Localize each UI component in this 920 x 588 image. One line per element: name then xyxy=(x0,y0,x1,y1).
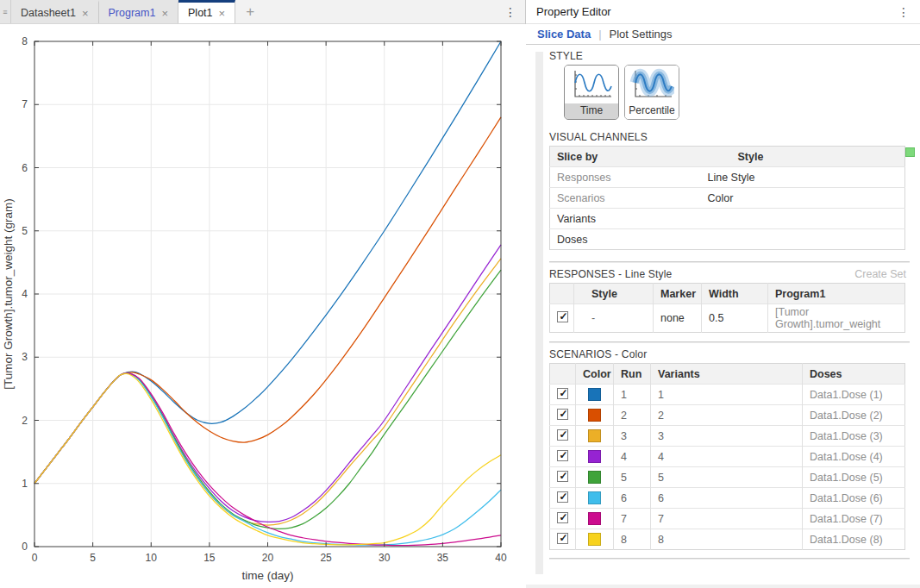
scenario-checkbox[interactable] xyxy=(557,450,568,461)
checkbox-cell xyxy=(550,447,576,467)
scenario-row[interactable]: 44Data1.Dose (4) xyxy=(550,447,905,467)
variants-cell: 8 xyxy=(651,529,803,550)
scenario-checkbox[interactable] xyxy=(557,429,568,441)
scenario-row[interactable]: 55Data1.Dose (5) xyxy=(550,467,905,488)
x-tick-label: 30 xyxy=(379,552,391,564)
tab-plot1[interactable]: Plot1 × xyxy=(178,0,235,23)
style-cell[interactable]: Color xyxy=(701,188,905,209)
property-editor-panel: Property Editor ⋮ Slice Data | Plot Sett… xyxy=(526,0,920,588)
percentile-button-label: Percentile xyxy=(625,103,679,119)
column-header-slice-by: Slice by xyxy=(550,147,701,167)
scenario-row[interactable]: 22Data1.Dose (2) xyxy=(550,405,905,426)
column-header-width: Width xyxy=(702,284,768,304)
run-cell: 6 xyxy=(614,488,651,509)
tab-label: Plot1 xyxy=(188,7,213,19)
scrollbar-marker[interactable] xyxy=(905,147,915,157)
responses-style-text: Line Style xyxy=(625,268,673,280)
add-tab-button[interactable]: + xyxy=(235,0,265,23)
run-cell: 8 xyxy=(614,529,651,550)
color-swatch[interactable] xyxy=(588,429,601,442)
scenario-checkbox[interactable] xyxy=(557,512,568,523)
scenario-checkbox[interactable] xyxy=(557,471,568,482)
program-cell: [Tumor Growth].tumor_weight xyxy=(768,304,905,333)
color-cell xyxy=(576,488,614,509)
tab-plot-settings[interactable]: Plot Settings xyxy=(610,28,673,41)
section-separator xyxy=(549,558,910,560)
checkbox-cell xyxy=(550,385,576,405)
style-cell[interactable]: Line Style xyxy=(701,167,905,188)
response-row[interactable]: - none 0.5 [Tumor Growth].tumor_weight xyxy=(550,304,905,333)
plot-pane: ≡ Datasheet1 × Program1 × Plot1 × + ⋮ 05… xyxy=(0,0,526,588)
response-checkbox[interactable] xyxy=(557,311,568,322)
x-tick-label: 35 xyxy=(437,552,449,564)
run-cell: 3 xyxy=(614,426,651,447)
variants-cell: 4 xyxy=(651,447,803,467)
tabbar-grip-icon[interactable]: ≡ xyxy=(0,0,11,23)
tabbar-menu-icon[interactable]: ⋮ xyxy=(496,0,525,23)
scenario-row[interactable]: 33Data1.Dose (3) xyxy=(550,426,905,447)
style-cell[interactable] xyxy=(701,229,905,250)
style-section-label: STYLE xyxy=(549,50,910,62)
run-cell: 4 xyxy=(614,447,651,467)
color-swatch[interactable] xyxy=(588,471,601,484)
time-plot-icon xyxy=(565,66,618,103)
property-editor-title: Property Editor xyxy=(536,5,611,18)
scenario-checkbox[interactable] xyxy=(557,533,568,544)
y-tick-label: 4 xyxy=(22,288,28,300)
y-tick-label: 5 xyxy=(22,225,28,237)
dose-cell: Data1.Dose (6) xyxy=(803,488,905,509)
color-swatch[interactable] xyxy=(588,512,601,525)
table-row[interactable]: Doses xyxy=(550,229,905,250)
style-buttons: Time Percentile xyxy=(564,65,910,120)
close-icon[interactable]: × xyxy=(82,8,89,19)
x-axis-label: time (day) xyxy=(241,569,293,582)
column-header-style: Style xyxy=(701,147,905,167)
percentile-style-button[interactable]: Percentile xyxy=(624,65,679,120)
marker-cell[interactable]: none xyxy=(654,304,702,333)
scenarios-style-text: Color xyxy=(622,348,648,360)
dose-cell: Data1.Dose (2) xyxy=(803,405,905,426)
color-swatch[interactable] xyxy=(588,388,601,401)
scenario-row[interactable]: 11Data1.Dose (1) xyxy=(550,385,905,405)
run-cell: 5 xyxy=(614,467,651,488)
y-tick-label: 0 xyxy=(22,541,28,553)
slice-by-cell: Doses xyxy=(550,229,701,250)
column-header-variants: Variants xyxy=(651,364,803,385)
scenario-checkbox[interactable] xyxy=(557,491,568,503)
run-cell: 7 xyxy=(614,509,651,529)
tab-slice-data[interactable]: Slice Data xyxy=(537,28,591,41)
scenario-checkbox[interactable] xyxy=(557,388,568,399)
variants-cell: 6 xyxy=(651,488,803,509)
scenario-checkbox[interactable] xyxy=(557,409,568,420)
run-cell: 1 xyxy=(614,385,651,405)
width-cell[interactable]: 0.5 xyxy=(702,304,768,333)
scenario-row[interactable]: 88Data1.Dose (8) xyxy=(550,529,905,550)
create-set-button[interactable]: Create Set xyxy=(854,268,906,280)
scenario-row[interactable]: 77Data1.Dose (7) xyxy=(550,509,905,529)
color-swatch[interactable] xyxy=(588,533,601,546)
visual-channels-table: Slice by Style Responses Line Style Scen… xyxy=(549,146,905,250)
checkbox-cell xyxy=(550,529,576,550)
plot-canvas[interactable]: 0510152025303540012345678time (day)[Tumo… xyxy=(0,24,525,588)
table-row[interactable]: Variants xyxy=(550,209,905,229)
checkbox-cell xyxy=(550,509,576,529)
style-cell[interactable] xyxy=(701,209,905,229)
scenario-row[interactable]: 66Data1.Dose (6) xyxy=(550,488,905,509)
table-row[interactable]: Scenarios Color xyxy=(550,188,905,209)
close-icon[interactable]: × xyxy=(219,8,226,19)
tab-datasheet1[interactable]: Datasheet1 × xyxy=(11,0,99,23)
tab-program1[interactable]: Program1 × xyxy=(99,0,178,23)
dose-cell: Data1.Dose (8) xyxy=(803,529,905,550)
time-style-button[interactable]: Time xyxy=(564,65,619,120)
table-row[interactable]: Responses Line Style xyxy=(550,167,905,188)
color-swatch[interactable] xyxy=(588,450,601,463)
variants-cell: 3 xyxy=(651,426,803,447)
color-swatch[interactable] xyxy=(588,491,601,504)
color-swatch[interactable] xyxy=(588,409,601,422)
scenarios-section-label: SCENARIOS - Color xyxy=(549,348,647,360)
line-style-cell[interactable]: - xyxy=(574,304,654,333)
column-header-checkbox xyxy=(550,364,576,385)
property-editor-menu-icon[interactable]: ⋮ xyxy=(898,5,910,19)
close-icon[interactable]: × xyxy=(161,8,168,19)
color-cell xyxy=(576,529,614,550)
